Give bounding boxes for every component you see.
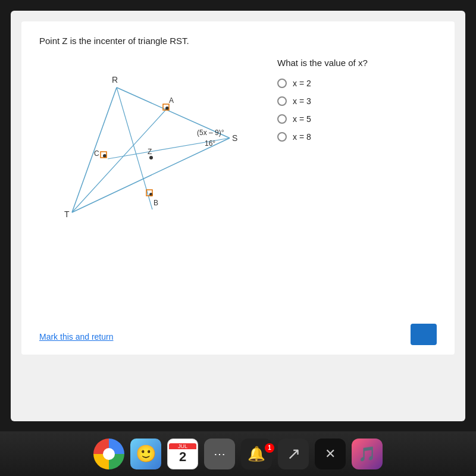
option-2-label: x = 3 [293,96,311,106]
option-4[interactable]: x = 8 [277,132,437,142]
problem-statement: Point Z is the incenter of triangle RST. [39,36,437,46]
radio-2[interactable] [277,96,287,106]
svg-point-11 [103,154,107,158]
svg-line-5 [72,108,167,212]
svg-text:16°: 16° [205,139,215,148]
arrow-icon-wrap: ↗ [278,439,309,469]
option-3[interactable]: x = 5 [277,114,437,124]
question-area: Point Z is the incenter of triangle RST. [21,21,455,355]
calendar-icon-wrap: JUL 2 [167,439,198,469]
svg-text:(5x – 9)°: (5x – 9)° [197,129,224,137]
dots1-icon[interactable]: ⋯ [204,439,235,469]
svg-text:A: A [169,96,174,105]
radio-4[interactable] [277,132,287,142]
diagram-area: R S T Z A B C (5x – 9)° 16° [39,52,265,242]
x-icon-wrap: ✕ [315,439,346,469]
question-right: What is the value of x? x = 2 x = 3 x = … [265,52,437,150]
svg-point-7 [165,107,169,110]
finder-icon[interactable]: 🙂 [130,439,161,469]
notification-icon-wrap: 🔔 1 [241,439,272,469]
option-2[interactable]: x = 3 [277,96,437,106]
chrome-icon-wrap [93,439,124,469]
options-list: x = 2 x = 3 x = 5 x = 8 [277,79,437,142]
svg-text:S: S [232,133,237,143]
option-1[interactable]: x = 2 [277,79,437,88]
option-4-label: x = 8 [293,132,311,142]
option-3-label: x = 5 [293,114,311,124]
screen: Point Z is the incenter of triangle RST. [11,11,465,421]
content-row: R S T Z A B C (5x – 9)° 16° What is the … [39,52,437,242]
notification-badge: 1 [265,443,274,453]
svg-text:T: T [64,209,70,219]
radio-1[interactable] [277,79,287,88]
taskbar: 🙂 JUL 2 ⋯ 🔔 1 ↗ ✕ 🎵 [0,431,476,476]
question-text: What is the value of x? [277,58,437,68]
arrow-icon[interactable]: ↗ [278,439,309,469]
x-icon[interactable]: ✕ [315,439,346,469]
radio-3[interactable] [277,114,287,124]
mark-return-link[interactable]: Mark this and return [39,332,114,342]
svg-text:Z: Z [148,148,152,156]
finder-icon-wrap: 🙂 [130,439,161,469]
svg-point-6 [149,156,153,159]
dots1-icon-wrap: ⋯ [204,439,235,469]
svg-line-3 [117,87,152,209]
option-1-label: x = 2 [293,79,311,88]
svg-text:B: B [154,199,158,207]
music-icon-wrap: 🎵 [352,439,383,469]
chrome-icon[interactable] [93,439,124,469]
triangle-diagram: R S T Z A B C (5x – 9)° 16° [39,52,259,236]
music-icon[interactable]: 🎵 [352,439,383,469]
svg-text:C: C [94,149,99,158]
next-button[interactable] [411,324,437,345]
notification-icon[interactable]: 🔔 [241,439,272,469]
svg-text:R: R [112,75,118,84]
calendar-icon[interactable]: JUL 2 [167,439,198,469]
